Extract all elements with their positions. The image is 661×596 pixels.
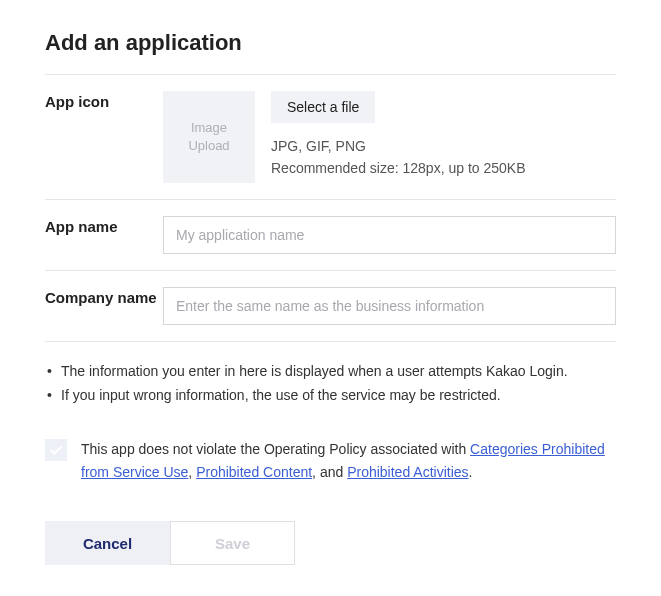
image-upload-placeholder[interactable]: Image Upload [163,91,255,183]
consent-checkbox[interactable] [45,439,67,461]
notes-section: The information you enter in here is dis… [45,342,616,428]
app-name-input[interactable] [163,216,616,254]
company-name-row: Company name [45,271,616,342]
save-button[interactable]: Save [170,521,295,565]
file-format-hint: JPG, GIF, PNG [271,135,616,157]
company-name-label: Company name [45,287,163,325]
image-upload-text: Image Upload [188,119,229,155]
app-icon-label: App icon [45,91,163,183]
actions-row: Cancel Save [45,521,616,565]
note-item: The information you enter in here is dis… [45,360,616,384]
cancel-button[interactable]: Cancel [45,521,170,565]
company-name-input[interactable] [163,287,616,325]
check-icon [49,443,63,457]
app-icon-row: App icon Image Upload Select a file JPG,… [45,75,616,200]
page-title: Add an application [45,30,616,56]
link-prohibited-content[interactable]: Prohibited Content [196,464,312,480]
select-file-button[interactable]: Select a file [271,91,375,123]
consent-row: This app does not violate the Operating … [45,428,616,506]
app-name-label: App name [45,216,163,254]
consent-text: This app does not violate the Operating … [81,438,616,486]
note-item: If you input wrong information, the use … [45,384,616,408]
link-prohibited-activities[interactable]: Prohibited Activities [347,464,468,480]
file-size-hint: Recommended size: 128px, up to 250KB [271,157,616,179]
app-name-row: App name [45,200,616,271]
